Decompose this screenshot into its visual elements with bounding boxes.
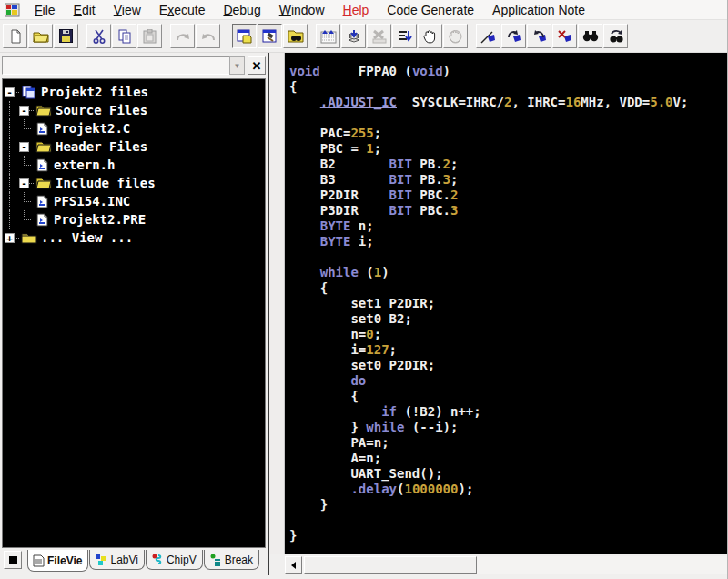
tree-item-label: extern.h <box>54 157 115 172</box>
menu-bar: FileEditViewExecuteDebugWindowHelpCode G… <box>0 0 727 20</box>
tree-guide-stub <box>29 183 34 184</box>
flag-red-x-icon <box>557 29 573 44</box>
tree-guide-elbow <box>17 119 32 137</box>
code-line: i=127; <box>289 342 727 358</box>
black-square-icon <box>9 556 17 564</box>
tree-guide-line <box>3 174 17 192</box>
source-file-icon <box>34 194 50 208</box>
save-button[interactable] <box>54 24 78 48</box>
build-button[interactable] <box>258 24 282 48</box>
tree-item-include-files[interactable]: -Include files <box>3 174 265 192</box>
tree-item-label: Projekt2.PRE <box>54 212 146 227</box>
menu-item-debug[interactable]: Debug <box>214 1 269 19</box>
next-breakpoint-button[interactable] <box>501 24 526 48</box>
hscrollbar-thumb[interactable] <box>304 556 477 574</box>
find-in-files-button[interactable] <box>283 24 308 48</box>
run-to-line-button[interactable] <box>392 24 417 48</box>
clear-breakpoints-button[interactable] <box>552 24 577 48</box>
cut-button[interactable] <box>86 24 111 48</box>
code-line: set1 P2DIR; <box>289 296 727 311</box>
chevron-down-icon[interactable]: ▼ <box>229 56 245 75</box>
code-editor[interactable]: void FPPA0 (void){ .ADJUST_IC SYSCLK=IHR… <box>285 53 727 554</box>
breakpoint-view-icon <box>209 554 222 566</box>
tree-item-view[interactable]: +... View ... <box>3 229 265 247</box>
tree-open-folder-icon <box>35 139 52 154</box>
code-line: P3DIR BIT PBC.3 <box>289 203 727 218</box>
code-line: } <box>289 528 727 543</box>
main-area: ▼ ✕ -Projekt2 files-Source FilesProjekt2… <box>0 53 727 579</box>
prev-breakpoint-button[interactable] <box>527 24 551 48</box>
compile-button[interactable] <box>341 24 366 48</box>
window-doc-icon <box>237 29 252 44</box>
project-window-button[interactable] <box>232 24 257 48</box>
tree-item-label: Projekt2.C <box>54 121 130 136</box>
menu-item-file[interactable]: File <box>25 1 65 19</box>
keyboard-x-icon <box>371 29 388 44</box>
find-button[interactable] <box>578 24 602 48</box>
tree-item-label: Header Files <box>56 139 147 154</box>
tree-item-extern-h[interactable]: extern.h <box>3 156 265 174</box>
code-line: } <box>289 497 727 513</box>
collapse-box-icon[interactable]: - <box>19 106 29 116</box>
menu-item-view[interactable]: View <box>105 1 150 19</box>
new-file-button[interactable] <box>3 24 27 48</box>
collapse-box-icon[interactable]: - <box>5 87 15 97</box>
floppy-disk-icon <box>59 29 73 43</box>
hand-disabled-icon <box>449 29 462 44</box>
tree-item-source-files[interactable]: -Source Files <box>3 101 265 119</box>
editor-gutter <box>269 53 285 554</box>
project-file-tree[interactable]: -Projekt2 files-Source FilesProjekt2.C-H… <box>2 78 266 548</box>
code-line: void FPPA0 (void) <box>289 64 727 79</box>
tab-filevie[interactable]: FileVie <box>27 550 88 572</box>
tree-item-projekt2-files[interactable]: -Projekt2 files <box>3 83 265 101</box>
scroll-left-button[interactable] <box>285 556 302 574</box>
panel-header: ▼ ✕ <box>2 55 266 76</box>
code-line: { <box>289 280 727 296</box>
tree-item-label: Include files <box>56 176 156 190</box>
copy-pages-icon <box>117 29 132 44</box>
compile-stack-icon <box>346 29 362 44</box>
open-file-button[interactable] <box>28 24 53 48</box>
tree-filter-combobox[interactable] <box>2 56 229 75</box>
code-line: if (!B2) n++; <box>289 404 727 420</box>
tree-item-projekt2-pre[interactable]: Projekt2.PRE <box>3 210 265 229</box>
menu-item-code-generate[interactable]: Code Generate <box>378 1 483 19</box>
tree-item-projekt2-c[interactable]: Projekt2.C <box>3 119 265 137</box>
tree-guide-line <box>3 192 17 210</box>
find-next-button[interactable] <box>603 24 628 48</box>
menu-item-edit[interactable]: Edit <box>65 1 105 19</box>
close-panel-button[interactable]: ✕ <box>248 56 266 75</box>
copy-button[interactable] <box>112 24 136 48</box>
editor-hscrollbar[interactable] <box>285 556 727 574</box>
file-view-panel: ▼ ✕ -Projekt2 files-Source FilesProjekt2… <box>2 55 266 575</box>
menu-item-help[interactable]: Help <box>334 1 379 19</box>
tab-labvi[interactable]: LabVi <box>89 550 144 570</box>
collapse-box-icon[interactable]: - <box>19 178 29 188</box>
menu-item-execute[interactable]: Execute <box>150 1 215 19</box>
tab-label: LabVi <box>110 554 137 566</box>
tree-item-pfs154-inc[interactable]: PFS154.INC <box>3 192 265 210</box>
stop-button[interactable] <box>4 551 22 569</box>
expand-box-icon[interactable]: + <box>5 233 15 243</box>
redo-arrow-icon <box>175 30 191 43</box>
tab-break[interactable]: Break <box>204 550 259 570</box>
closed-folder-icon <box>21 230 37 245</box>
toggle-breakpoint-button[interactable] <box>476 24 500 48</box>
binoculars-icon <box>582 30 599 43</box>
code-line: A=n; <box>289 451 727 466</box>
code-line <box>289 249 727 265</box>
paste-button <box>137 24 162 48</box>
tree-item-header-files[interactable]: -Header Files <box>3 137 265 156</box>
code-line: B3 BIT PB.3; <box>289 172 727 188</box>
code-line: PA=n; <box>289 435 727 451</box>
menu-item-window[interactable]: Window <box>270 1 334 19</box>
collapse-box-icon[interactable]: - <box>19 142 29 152</box>
source-file-icon <box>34 212 50 227</box>
pause-button[interactable] <box>418 24 442 48</box>
code-line <box>289 110 727 126</box>
program-ic-button[interactable] <box>316 24 340 48</box>
tab-chipv[interactable]: ChipV <box>146 550 203 570</box>
code-line: P2DIR BIT PBC.2 <box>289 188 727 203</box>
code-line: { <box>289 79 727 95</box>
menu-item-application-note[interactable]: Application Note <box>483 1 594 19</box>
